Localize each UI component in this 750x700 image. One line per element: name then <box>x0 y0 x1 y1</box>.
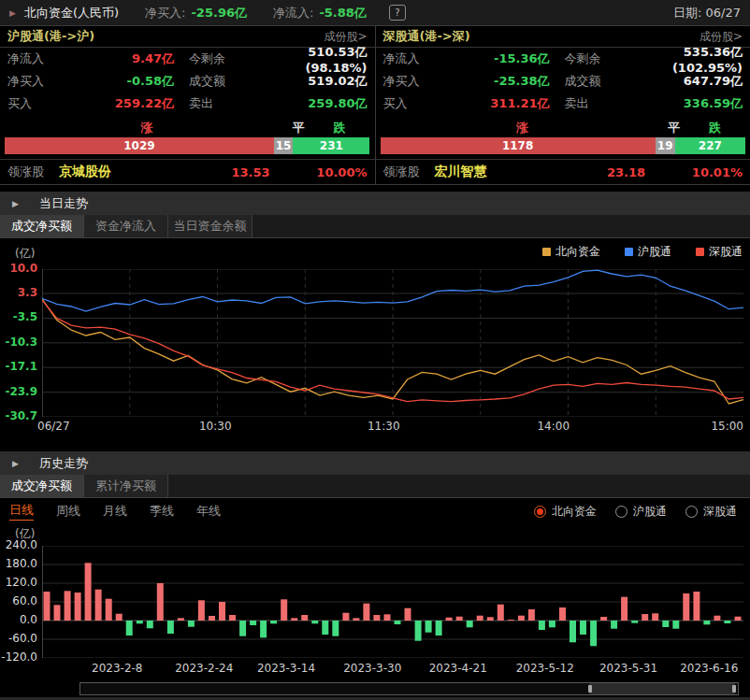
period-1[interactable]: 周线 <box>56 503 80 521</box>
legend-swatch-icon <box>696 248 704 256</box>
collapse-arrow-icon[interactable]: ▶ <box>12 199 19 208</box>
help-icon[interactable]: ? <box>389 5 406 21</box>
period-2[interactable]: 月线 <box>103 503 127 521</box>
leading-stock-name[interactable]: 京城股份 <box>59 164 111 180</box>
series-radio-1[interactable]: 沪股通 <box>615 504 667 520</box>
shenzhen-connect-panel: 深股通(港->深) 成份股> 净流入 -15.36亿 今剩余 535.36亿(1… <box>375 26 750 184</box>
down-label: 跌 <box>709 120 721 136</box>
history-tab-1[interactable]: 累计净买额 <box>84 475 168 497</box>
radio-button-icon[interactable] <box>615 506 627 518</box>
y-axis-tick: 10.0 <box>0 262 37 275</box>
leading-stock-row: 领涨股 京城股份 13.53 10.00% <box>0 159 375 184</box>
panel-title: 沪股通(港->沪) <box>7 28 94 45</box>
history-bar-chart: (亿) 240.0180.0120.060.00.0-60.0-120.0202… <box>0 524 750 679</box>
daily-tab-2[interactable]: 当日资金余额 <box>168 215 252 237</box>
net-buy-value: -25.96亿 <box>191 5 247 21</box>
radio-label: 沪股通 <box>633 504 667 520</box>
row-label: 净买入 <box>383 73 445 90</box>
x-axis-tick: 14:00 <box>537 420 570 433</box>
leading-stock-row: 领涨股 宏川智慧 23.18 10.01% <box>376 159 750 184</box>
net-inflow-value: -5.88亿 <box>319 5 366 21</box>
flat-count-segment: 19 <box>656 137 675 154</box>
row-label: 卖出 <box>565 95 627 112</box>
row-label: 净买入 <box>7 73 69 90</box>
daily-tab-1[interactable]: 资金净流入 <box>84 215 168 237</box>
up-count-segment: 1178 <box>381 137 656 154</box>
connect-panels: 沪股通(港->沪) 成份股> 净流入 9.47亿 今剩余 510.53亿(98.… <box>0 26 750 185</box>
series-radio-2[interactable]: 深股通 <box>685 504 737 520</box>
bar-chart-plot[interactable] <box>42 546 743 658</box>
scrollbar-thumb[interactable] <box>589 683 735 694</box>
leading-stock-price: 13.53 <box>158 165 270 179</box>
row-label: 净流入 <box>7 50 69 67</box>
leading-stock-name[interactable]: 宏川智慧 <box>435 164 487 180</box>
panel-row: 买入 311.21亿 卖出 336.59亿 <box>376 93 750 115</box>
legend-item-1: 沪股通 <box>625 244 671 260</box>
constituents-link[interactable]: 成份股> <box>324 29 367 45</box>
row-value: 259.80亿 <box>251 95 368 112</box>
legend-label: 深股通 <box>709 244 743 260</box>
legend-label: 沪股通 <box>638 244 671 260</box>
leading-stock-price: 23.18 <box>533 165 645 179</box>
history-trend-tabs: 成交净买额累计净买额 <box>0 475 750 498</box>
down-count-segment: 227 <box>675 137 745 154</box>
period-3[interactable]: 季线 <box>150 503 174 521</box>
scrollbar-left-handle-icon[interactable] <box>588 685 592 693</box>
radio-button-icon[interactable] <box>685 506 698 518</box>
page-title: 北向资金(人民币) <box>24 5 119 21</box>
advance-decline-header: 涨 平 跌 <box>376 115 750 137</box>
panel-row: 买入 259.22亿 卖出 259.80亿 <box>0 93 375 115</box>
scrollbar-right-handle-icon[interactable] <box>732 685 736 693</box>
x-axis-tick: 06/27 <box>37 420 70 433</box>
flat-count-segment: 15 <box>274 137 293 154</box>
legend-item-2: 深股通 <box>696 244 743 260</box>
collapse-arrow-icon[interactable]: ▶ <box>12 459 19 468</box>
advance-decline-header: 涨 平 跌 <box>0 115 375 137</box>
x-axis-tick: 11:30 <box>368 420 400 433</box>
advance-decline-bar: 1178 19 227 <box>381 137 746 154</box>
net-inflow-label: 净流入: <box>273 5 313 21</box>
flat-label: 平 <box>292 120 304 136</box>
line-chart-plot[interactable] <box>42 269 743 417</box>
scrollbar-track[interactable] <box>79 682 739 695</box>
x-axis-tick: 2023-5-31 <box>599 662 657 675</box>
y-axis-tick: 3.3 <box>0 286 37 299</box>
date-label: 日期: 06/27 <box>673 5 741 21</box>
x-axis-tick: 2023-2-8 <box>92 662 142 675</box>
panel-row: 净流入 9.47亿 今剩余 510.53亿(98.18%) <box>0 48 375 70</box>
legend-item-0: 北向资金 <box>542 244 600 260</box>
panel-title: 深股通(港->深) <box>383 28 470 45</box>
daily-tab-0[interactable]: 成交净买额 <box>0 215 84 237</box>
row-value: 519.02亿 <box>251 73 368 90</box>
period-list: 日线周线月线季线年线 <box>9 502 243 521</box>
x-axis-tick: 2023-3-14 <box>257 662 315 675</box>
radio-label: 深股通 <box>703 504 737 520</box>
row-label: 今剩余 <box>565 50 627 67</box>
y-axis-tick: -60.0 <box>0 632 37 645</box>
up-count-segment: 1029 <box>5 137 274 154</box>
series-radio-0[interactable]: 北向资金 <box>534 504 597 520</box>
row-value: 510.53亿(98.18%) <box>251 44 368 75</box>
expand-arrow-icon[interactable]: ▶ <box>9 8 16 18</box>
constituents-link[interactable]: 成份股> <box>700 29 743 45</box>
row-value: 336.59亿 <box>627 95 743 112</box>
radio-button-icon[interactable] <box>534 506 546 518</box>
y-axis-tick: 180.0 <box>0 557 37 570</box>
flat-label: 平 <box>668 120 680 136</box>
leading-stock-label: 领涨股 <box>383 164 420 180</box>
history-tab-0[interactable]: 成交净买额 <box>0 475 84 497</box>
history-trend-section-header[interactable]: ▶ 历史走势 <box>0 451 750 475</box>
period-0[interactable]: 日线 <box>9 502 34 521</box>
row-label: 买入 <box>7 95 69 112</box>
y-axis-tick: 120.0 <box>0 576 37 589</box>
chart-legend: 北向资金沪股通深股通 <box>542 244 743 260</box>
row-value: -0.58亿 <box>69 73 174 90</box>
row-value: 535.36亿(102.95%) <box>627 44 743 75</box>
period-4[interactable]: 年线 <box>196 503 221 521</box>
legend-label: 北向资金 <box>555 244 600 260</box>
up-label: 涨 <box>516 120 528 136</box>
daily-trend-section-header[interactable]: ▶ 当日走势 <box>0 192 750 215</box>
leading-stock-change: 10.00% <box>270 165 368 179</box>
y-axis-tick: -3.5 <box>0 310 37 323</box>
row-value: 647.79亿 <box>627 73 743 90</box>
